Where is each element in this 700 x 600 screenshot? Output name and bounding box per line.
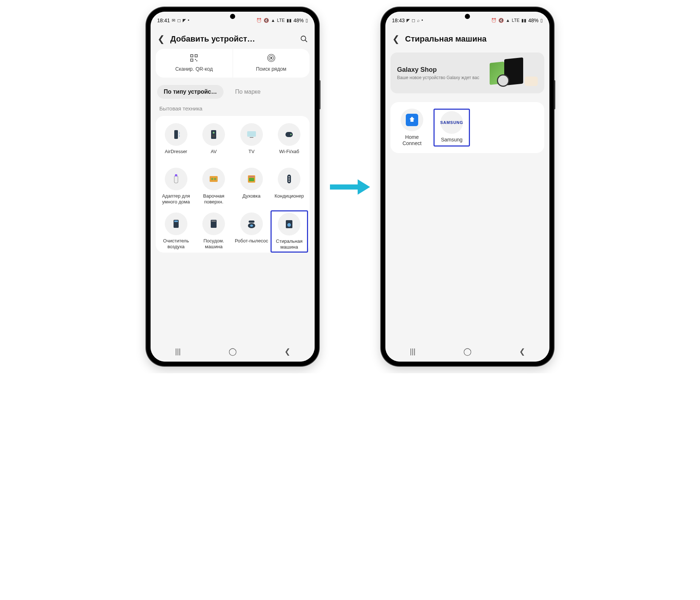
nav-bar: ||| ◯ ❮ [151,343,315,362]
svg-rect-10 [174,130,178,139]
svg-rect-3 [195,55,197,57]
section-household: Бытовая техника [151,102,315,114]
nav-recents[interactable]: ||| [167,347,189,356]
svg-rect-25 [249,176,254,177]
status-icon-search: ⌕ [417,18,420,23]
svg-point-21 [211,178,213,180]
svg-point-29 [288,180,290,182]
device-grid: AirDresser AV TV Wi-Fi/хаб Адаптер для у… [157,121,308,253]
svg-rect-14 [247,131,256,137]
svg-rect-34 [249,221,254,223]
svg-rect-24 [249,178,254,181]
tab-by-brand[interactable]: По марке [229,85,267,99]
svg-point-17 [290,134,292,135]
screen-washer-brands: 18:43 ◤ ◻ ⌕ • ⏰ 🔇 ▲ LTE ▮▮ 48% ▯ ❮ Стира… [385,12,549,362]
tv-icon [245,128,258,141]
search-icon [300,35,308,43]
status-icon-send: ◤ [183,18,186,23]
svg-point-38 [287,223,291,227]
svg-rect-18 [174,176,178,183]
svg-point-13 [212,135,215,137]
page-title: Стиральная машина [405,34,544,44]
banner-subtitle: Ваше новое устройство Galaxy ждет вас [397,75,479,80]
status-battery: 48% [528,17,538,23]
nav-back[interactable]: ❮ [276,347,298,356]
nav-bar: ||| ◯ ❮ [385,343,549,362]
device-air-purifier[interactable]: Очиститель воздуха [157,210,195,253]
svg-point-12 [213,132,215,134]
status-time: 18:41 [157,17,170,23]
brand-card: Home Connect SAMSUNG Samsung [390,102,544,153]
camera-hole [230,14,235,19]
svg-point-27 [288,176,290,178]
nav-home[interactable]: ◯ [222,347,244,356]
device-av[interactable]: AV [195,121,233,162]
tab-by-device-type[interactable]: По типу устройс… [157,85,223,99]
device-cooktop[interactable]: Варочная поверхн. [195,165,233,207]
svg-rect-6 [197,60,198,61]
signal-icon: ▮▮ [521,18,526,23]
purifier-icon [170,218,182,230]
search-button[interactable] [299,34,310,44]
device-wifi-hub[interactable]: Wi-Fi/хаб [271,121,308,162]
svg-rect-4 [191,59,193,61]
ac-icon [283,173,295,185]
galaxy-shop-banner[interactable]: Galaxy Shop Ваше новое устройство Galaxy… [390,52,544,93]
back-button[interactable]: ❮ [390,34,401,44]
status-icon-msg: ✉ [172,18,175,23]
brand-home-connect[interactable]: Home Connect [396,109,428,147]
nearby-icon [267,54,275,64]
header: ❮ Стиральная машина [385,27,549,49]
washer-icon [283,218,295,230]
battery-icon: ▯ [306,18,308,23]
airdresser-icon [170,128,182,141]
device-oven[interactable]: Духовка [233,165,271,207]
svg-rect-20 [210,176,218,182]
svg-rect-33 [211,221,216,222]
tabs: По типу устройс… По марке [151,78,315,102]
svg-rect-15 [250,137,253,138]
lte-icon: LTE [277,18,285,23]
search-nearby-button[interactable]: Поиск рядом [233,49,310,78]
svg-point-0 [301,36,306,41]
page-title: Добавить устройст… [170,34,295,44]
brand-samsung[interactable]: SAMSUNG Samsung [433,109,470,147]
action-row: Сканир. QR-код Поиск рядом [156,49,310,78]
status-icon-img: ◻ [412,18,415,23]
device-airdresser[interactable]: AirDresser [157,121,195,162]
battery-icon: ▯ [540,18,543,23]
phone-left: 18:41 ✉ ◻ ◤ • ⏰ 🔇 ▲ LTE ▮▮ 48% ▯ ❮ Добав… [146,7,319,366]
device-air-conditioner[interactable]: Кондиционер [271,165,308,207]
nav-recents[interactable]: ||| [402,347,424,356]
svg-line-1 [305,40,307,42]
oven-icon [245,173,258,185]
device-tv[interactable]: TV [233,121,271,162]
back-button[interactable]: ❮ [156,34,167,44]
signal-icon: ▮▮ [287,18,292,23]
robot-vacuum-icon [245,218,258,230]
lte-icon: LTE [512,18,520,23]
scan-qr-button[interactable]: Сканир. QR-код [156,49,233,78]
svg-rect-5 [195,59,196,60]
nav-back[interactable]: ❮ [511,347,533,356]
alarm-icon: ⏰ [256,18,262,23]
status-battery: 48% [293,17,304,23]
device-smart-adapter[interactable]: Адаптер для умного дома [157,165,195,207]
device-washing-machine[interactable]: Стиральная машина [271,210,308,253]
screen-add-device: 18:41 ✉ ◻ ◤ • ⏰ 🔇 ▲ LTE ▮▮ 48% ▯ ❮ Добав… [151,12,315,362]
samsung-logo-icon: SAMSUNG [440,120,463,125]
header: ❮ Добавить устройст… [151,27,315,49]
svg-rect-31 [174,221,178,222]
nav-home[interactable]: ◯ [456,347,478,356]
device-dishwasher[interactable]: Посудом. машина [195,210,233,253]
alarm-icon: ⏰ [491,18,497,23]
svg-rect-2 [191,55,193,57]
svg-point-28 [288,178,290,180]
mute-icon: 🔇 [264,18,269,23]
qr-icon [190,54,198,64]
home-connect-icon [406,114,418,126]
status-icon-chat: ◻ [177,18,181,23]
mute-icon: 🔇 [498,18,504,23]
device-robot-vacuum[interactable]: Робот-пылесос [233,210,271,253]
dishwasher-icon [207,218,220,230]
